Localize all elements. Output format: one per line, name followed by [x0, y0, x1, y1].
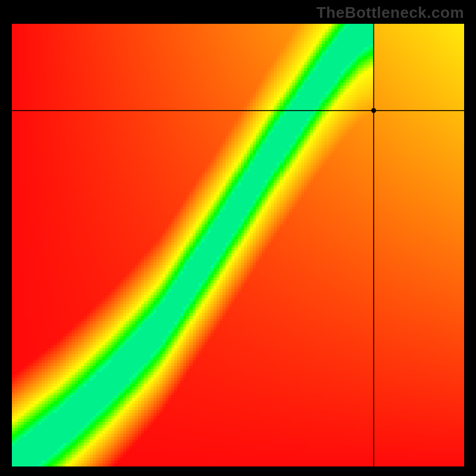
chart-frame: TheBottleneck.com: [0, 0, 476, 476]
bottleneck-heatmap: [12, 24, 464, 466]
watermark-text: TheBottleneck.com: [317, 4, 464, 22]
